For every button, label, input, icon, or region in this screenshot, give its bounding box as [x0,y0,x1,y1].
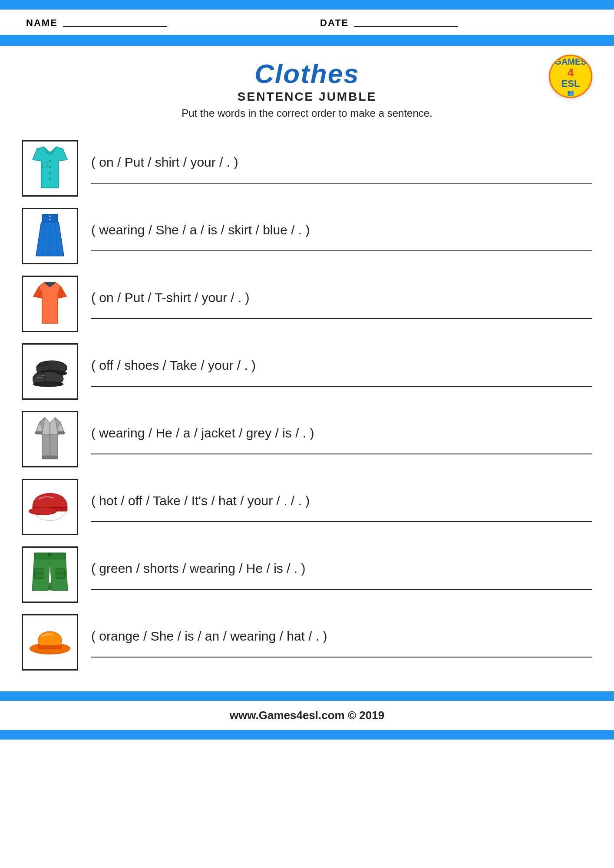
footer-bar-bottom [0,730,614,740]
svg-rect-36 [35,431,42,434]
sentence-area-3: ( on / Put / T-shirt / your / . ) [91,289,592,319]
svg-point-22 [33,381,63,387]
answer-line-3 [91,314,592,319]
image-box-7 [22,546,78,603]
sentence-area-7: ( green / shorts / wearing / He / is / .… [91,560,592,590]
tshirt-orange-icon [28,280,72,328]
shirt-teal-icon [28,145,72,192]
svg-point-5 [49,178,51,181]
svg-rect-51 [38,645,62,648]
name-section: NAME [26,17,294,29]
exercise-row-5: ( wearing / He / a / jacket / grey / is … [22,403,592,471]
answer-line-5 [91,449,592,454]
sentence-area-6: ( hot / off / Take / It's / hat / your /… [91,492,592,522]
jumble-text-8: ( orange / She / is / an / wearing / hat… [91,628,592,651]
footer: www.Games4esl.com © 2019 [0,701,614,730]
jumble-text-6: ( hot / off / Take / It's / hat / your /… [91,492,592,515]
exercise-row-7: ( green / shorts / wearing / He / is / .… [22,539,592,606]
exercises-container: ( on / Put / shirt / your / . ) ( wearin… [0,124,614,683]
svg-point-8 [49,215,51,217]
sentence-area-8: ( orange / She / is / an / wearing / hat… [91,628,592,658]
answer-line-2 [91,246,592,251]
svg-rect-48 [48,553,51,556]
svg-rect-46 [56,569,65,579]
page-title: Clothes [0,58,614,89]
header-section: Clothes SENTENCE JUMBLE Put the words in… [0,46,614,124]
answer-line-6 [91,517,592,522]
svg-point-3 [49,166,51,168]
logo-esl: ESL [561,78,580,89]
bottom-bar [0,691,614,701]
date-label: DATE [320,17,349,29]
blue-bar-header [0,36,614,46]
jumble-text-4: ( off / shoes / Take / your / . ) [91,357,592,380]
image-box-4 [22,343,78,400]
top-bar [0,0,614,10]
jumble-text-1: ( on / Put / shirt / your / . ) [91,154,592,177]
logo-figures: 👥 [567,89,574,96]
svg-point-9 [49,219,51,220]
svg-rect-44 [35,569,43,579]
image-box-3 [22,276,78,332]
svg-rect-35 [42,456,58,459]
svg-point-4 [49,172,51,174]
exercise-row-4: ( off / shoes / Take / your / . ) [22,335,592,403]
exercise-row-8: ( orange / She / is / an / wearing / hat… [22,606,592,674]
image-box-2 [22,208,78,264]
image-box-6 [22,479,78,535]
sentence-area-5: ( wearing / He / a / jacket / grey / is … [91,424,592,454]
answer-line-8 [91,652,592,658]
skirt-blue-icon [28,212,72,260]
sentence-area-2: ( wearing / She / a / is / skirt / blue … [91,221,592,251]
exercise-row-3: ( on / Put / T-shirt / your / . ) [22,268,592,335]
sentence-area-1: ( on / Put / shirt / your / . ) [91,154,592,184]
hat-orange-icon [28,618,72,666]
answer-line-4 [91,381,592,387]
sentence-area-4: ( off / shoes / Take / your / . ) [91,357,592,387]
name-date-row: NAME DATE [0,10,614,36]
cap-red-icon [28,483,72,531]
name-line [63,19,167,27]
exercise-row-1: ( on / Put / shirt / your / . ) [22,132,592,200]
jumble-text-2: ( wearing / She / a / is / skirt / blue … [91,221,592,244]
page-instructions: Put the words in the correct order to ma… [0,107,614,119]
svg-point-40 [29,508,56,515]
shorts-green-icon [28,551,72,598]
logo-badge: GAMES 4 ESL 👥 [549,55,592,98]
jumble-text-3: ( on / Put / T-shirt / your / . ) [91,289,592,312]
jumble-text-5: ( wearing / He / a / jacket / grey / is … [91,424,592,447]
date-line [354,19,458,27]
logo-games: GAMES [555,57,586,67]
svg-point-2 [49,160,51,162]
exercise-row-6: ( hot / off / Take / It's / hat / your /… [22,471,592,539]
svg-rect-37 [58,431,64,434]
shoes-black-icon [28,348,72,395]
jacket-grey-icon [28,415,72,463]
date-section: DATE [294,17,588,29]
footer-text: www.Games4esl.com © 2019 [230,709,384,722]
page-subtitle: SENTENCE JUMBLE [0,90,614,104]
answer-line-1 [91,178,592,184]
image-box-5 [22,411,78,467]
name-label: NAME [26,17,58,29]
exercise-row-2: ( wearing / She / a / is / skirt / blue … [22,200,592,268]
logo-four: 4 [568,67,574,78]
jumble-text-7: ( green / shorts / wearing / He / is / .… [91,560,592,583]
image-box-1 [22,140,78,197]
image-box-8 [22,614,78,671]
answer-line-7 [91,585,592,590]
